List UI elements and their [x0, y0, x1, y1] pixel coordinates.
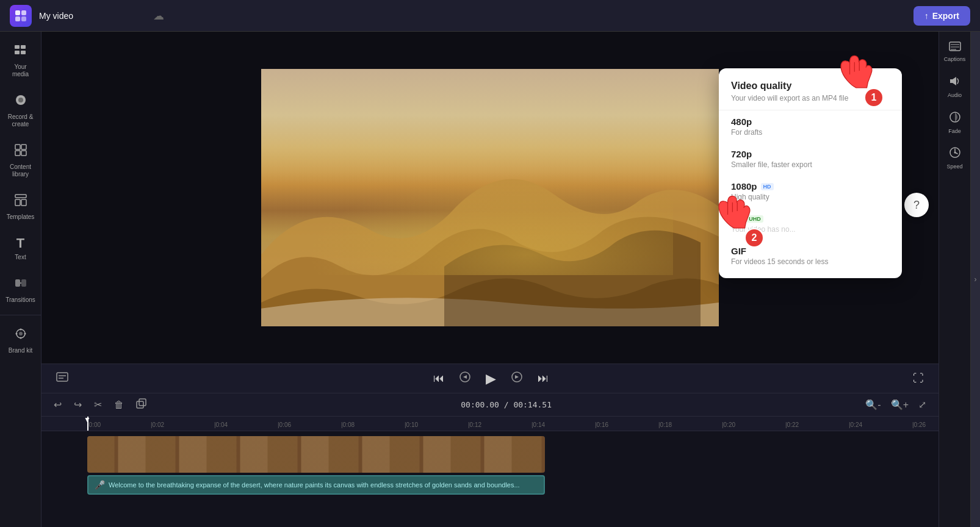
center-area: Video quality Your video will export as …	[41, 32, 939, 527]
sidebar-item-text[interactable]: T Text	[2, 229, 39, 267]
right-sidebar-item-fade[interactable]: Fade	[940, 106, 970, 140]
sidebar-item-brand-kit[interactable]: Brand kit	[2, 320, 39, 360]
transitions-icon	[13, 276, 28, 294]
right-sidebar-item-audio[interactable]: Audio	[940, 70, 970, 104]
svg-point-22	[20, 329, 21, 331]
svg-rect-17	[15, 279, 20, 287]
quality-4k-desc: Your video has no...	[731, 225, 890, 234]
cut-button[interactable]: ✂	[92, 396, 104, 413]
help-button[interactable]: ?	[904, 193, 929, 217]
svg-rect-26	[57, 373, 68, 381]
quality-gif-label: GIF	[731, 246, 890, 256]
time-display: 00:00.00 / 00:14.51	[461, 400, 552, 409]
quality-720p-desc: Smaller file, faster export	[731, 160, 890, 169]
video-track[interactable]	[87, 436, 545, 473]
quality-gif-desc: For videos 15 seconds or less	[731, 257, 890, 266]
fit-button[interactable]: ⤢	[916, 396, 929, 413]
playhead[interactable]	[87, 417, 88, 431]
templates-label: Templates	[7, 213, 35, 221]
speed-icon	[949, 146, 961, 162]
ruler-mark-024: |0:24	[849, 421, 912, 428]
delete-button[interactable]: 🗑	[112, 397, 126, 413]
quality-option-480p[interactable]: 480p For drafts	[719, 110, 902, 143]
captions-label: Captions	[944, 56, 966, 63]
subtitle-toggle-button[interactable]	[54, 370, 71, 387]
skip-back-button[interactable]: ⏮	[431, 370, 447, 387]
right-sidebar-item-speed[interactable]: Speed	[940, 142, 970, 175]
timeline-ruler: |0:00 |0:02 |0:04 |0:06 |0:08 |0:10 |0:1…	[41, 417, 939, 431]
redo-button[interactable]: ↪	[71, 396, 84, 413]
svg-rect-1	[21, 10, 26, 15]
sidebar-item-templates[interactable]: Templates	[2, 187, 39, 227]
left-sidebar: Your media Record &create Content librar…	[0, 32, 41, 527]
ruler-marks: |0:00 |0:02 |0:04 |0:06 |0:08 |0:10 |0:1…	[87, 417, 939, 431]
cloud-icon: ☁	[153, 9, 164, 23]
right-sidebar: Captions Audio Fade Speed	[939, 32, 970, 527]
undo-button[interactable]: ↩	[51, 396, 64, 413]
sidebar-item-transitions[interactable]: Transitions	[2, 270, 39, 310]
zoom-out-button[interactable]: 🔍-	[863, 396, 883, 413]
quality-option-1080p[interactable]: 1080p HD High quality	[719, 175, 902, 207]
brand-kit-icon	[13, 326, 28, 345]
svg-rect-32	[139, 399, 146, 406]
text-label: Text	[15, 254, 26, 261]
sidebar-item-content-library[interactable]: Content library	[2, 137, 39, 184]
export-dropdown: Video quality Your video will export as …	[719, 68, 902, 278]
sidebar-toggle-button[interactable]: ›	[970, 32, 980, 527]
svg-point-23	[20, 337, 21, 339]
sidebar-item-record[interactable]: Record &create	[2, 87, 39, 134]
fullscreen-button[interactable]: ⛶	[910, 370, 926, 387]
quality-option-720p[interactable]: 720p Smaller file, faster export	[719, 143, 902, 175]
player-controls: ⏮ ▶ ⏭ ⛶	[41, 364, 939, 393]
svg-rect-11	[21, 145, 26, 149]
quality-option-gif[interactable]: GIF For videos 15 seconds or less	[719, 240, 902, 272]
svg-point-9	[18, 98, 23, 102]
ruler-mark-014: |0:14	[531, 421, 595, 428]
svg-point-25	[24, 333, 26, 335]
content-library-icon	[13, 143, 28, 161]
ruler-mark-004: |0:04	[214, 421, 278, 428]
sidebar-item-your-media[interactable]: Your media	[2, 37, 39, 84]
ruler-mark-018: |0:18	[658, 421, 722, 428]
sidebar-toggle-icon: ›	[975, 275, 977, 284]
templates-icon	[13, 193, 28, 211]
quality-480p-desc: For drafts	[731, 128, 890, 137]
ruler-mark-008: |0:08	[341, 421, 405, 428]
your-media-icon	[13, 43, 28, 61]
export-panel-subtitle: Your video will export as an MP4 file	[731, 94, 890, 102]
video-title-input[interactable]: My video	[39, 11, 146, 21]
quality-4k-label: 4K UHD	[731, 213, 890, 224]
your-media-label: Your media	[6, 63, 35, 78]
text-icon: T	[16, 235, 24, 251]
ruler-mark-016: |0:16	[595, 421, 658, 428]
audio-icon	[949, 75, 961, 90]
subtitle-track-text: Welcome to the breathtaking expanse of t…	[109, 481, 520, 489]
export-button[interactable]: ↑ Export	[913, 6, 970, 26]
zoom-in-button[interactable]: 🔍+	[888, 396, 911, 413]
help-icon: ?	[913, 199, 920, 212]
ruler-mark-026: |0:26	[912, 421, 939, 428]
quality-480p-label: 480p	[731, 117, 890, 127]
skip-forward-button[interactable]: ⏭	[535, 370, 551, 387]
forward-button[interactable]	[508, 368, 525, 389]
play-button[interactable]: ▶	[483, 368, 499, 389]
quality-720p-label: 720p	[731, 149, 890, 159]
content-library-label: Content library	[6, 163, 35, 178]
ruler-mark-022: |0:22	[785, 421, 849, 428]
transitions-label: Transitions	[5, 296, 35, 304]
subtitle-track-icon: 🎤	[95, 480, 105, 490]
timeline-toolbar: ↩ ↪ ✂ 🗑 00:00.00 / 00:14.51 🔍- 🔍+ ⤢	[41, 393, 939, 417]
main-area: Your media Record &create Content librar…	[0, 32, 980, 527]
sidebar-divider	[0, 315, 41, 315]
rewind-button[interactable]	[456, 368, 474, 389]
svg-rect-5	[21, 45, 26, 49]
duplicate-button[interactable]	[134, 396, 150, 414]
quality-option-4k[interactable]: 4K UHD Your video has no...	[719, 207, 902, 240]
svg-rect-6	[15, 51, 20, 54]
app-logo	[10, 5, 32, 27]
subtitle-track[interactable]: 🎤 Welcome to the breathtaking expanse of…	[87, 475, 545, 495]
uhd-badge: UHD	[746, 215, 763, 223]
right-sidebar-item-captions[interactable]: Captions	[940, 37, 970, 68]
quality-1080p-label: 1080p HD	[731, 181, 890, 192]
svg-point-39	[954, 152, 956, 154]
